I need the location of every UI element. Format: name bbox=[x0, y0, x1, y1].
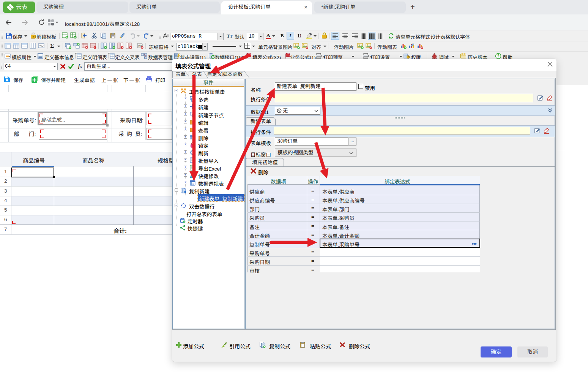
svg-text:X: X bbox=[193, 168, 195, 170]
svg-text:X: X bbox=[193, 160, 195, 163]
